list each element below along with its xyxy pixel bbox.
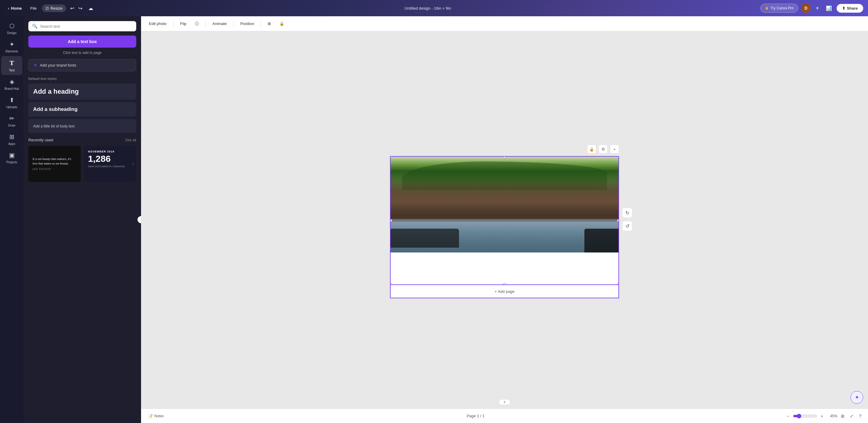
brand-fonts-label: Add your brand fonts <box>40 63 76 67</box>
topbar-left: ‹ Home File ⊡ Resize ↩ ↪ ☁ <box>5 4 95 13</box>
undo-button[interactable]: ↩ <box>68 4 76 13</box>
main-canvas-area: Edit photo Flip ⓘ Animate Position ⊞ 🔒 <box>141 16 434 212</box>
lock-icon: 🔒 <box>279 22 284 26</box>
sidebar-item-brand-hub[interactable]: ◈ Brand Hub <box>1 75 22 93</box>
heading-style-item[interactable]: Add a heading <box>28 84 136 100</box>
recent-stats-card[interactable]: NOVEMBER 2019 1,286 NEW DOCUMENTS CREATE… <box>84 146 136 182</box>
left-sidebar: ⬡ Design ✦ Elements T Text ◈ Brand Hub ⬆… <box>0 16 24 212</box>
sidebar-item-label-apps: Apps <box>8 142 16 145</box>
chevron-left-icon: ‹ <box>8 6 9 10</box>
sidebar-item-elements[interactable]: ✦ Elements <box>1 38 22 56</box>
toolbar-divider-1 <box>173 20 174 27</box>
sidebar-item-label-design: Design <box>7 31 16 35</box>
resize-icon: ⊡ <box>45 6 49 10</box>
toolbar-divider-4 <box>261 20 261 27</box>
projects-icon: ▣ <box>9 152 15 159</box>
subheading-label: Add a subheading <box>33 106 78 112</box>
flip-label: Flip <box>180 22 187 26</box>
add-textbox-label: Add a text box <box>68 39 97 44</box>
design-title: Untitled design - 16in × 9in <box>404 6 434 10</box>
sidebar-item-uploads[interactable]: ⬆ Uploads <box>1 93 22 112</box>
stats-month: NOVEMBER 2019 <box>88 150 132 153</box>
default-styles-label: Default text styles <box>28 77 136 80</box>
design-frame[interactable] <box>390 156 434 212</box>
body-style-item[interactable]: Add a little bit of body text <box>28 119 136 133</box>
position-button[interactable]: Position <box>237 20 257 28</box>
home-button[interactable]: ‹ Home <box>5 4 25 12</box>
canvas-toolbar: Edit photo Flip ⓘ Animate Position ⊞ 🔒 <box>141 16 434 31</box>
stats-desc: NEW DOCUMENTS CREATED <box>88 165 132 168</box>
flip-button[interactable]: Flip <box>177 20 190 28</box>
design-icon: ⬡ <box>9 22 14 30</box>
recent-grid: It is not beauty that endears, it's love… <box>28 146 136 182</box>
info-button[interactable]: ⓘ <box>192 19 202 28</box>
search-box: 🔍 <box>28 21 136 31</box>
next-arrow-icon: › <box>132 161 134 166</box>
stats-number: 1,286 <box>88 154 132 163</box>
recent-quote-card[interactable]: It is not beauty that endears, it's love… <box>28 146 81 182</box>
undo-redo-group: ↩ ↪ <box>68 4 84 13</box>
subheading-style-item[interactable]: Add a subheading <box>28 102 136 117</box>
search-icon: 🔍 <box>32 24 38 29</box>
see-all-link[interactable]: See all <box>125 138 136 142</box>
topbar: ‹ Home File ⊡ Resize ↩ ↪ ☁ Untitled desi… <box>0 0 434 16</box>
recently-used-label: Recently used <box>28 138 53 142</box>
animate-button[interactable]: Animate <box>210 20 230 28</box>
quote-author: LEO TOLSTOY <box>33 167 76 171</box>
edit-photo-label: Edit photo <box>149 22 167 26</box>
body-label: Add a little bit of body text <box>33 124 74 128</box>
grid-button[interactable]: ⊞ <box>265 20 274 28</box>
elements-icon: ✦ <box>9 41 14 48</box>
save-cloud-button[interactable]: ☁ <box>87 4 95 13</box>
home-label: Home <box>11 6 22 10</box>
add-textbox-button[interactable]: Add a text box <box>28 36 136 47</box>
brand-fonts-icon: ✦ <box>33 62 37 68</box>
sidebar-item-draw[interactable]: ✏ Draw <box>1 112 22 130</box>
toolbar-divider-2 <box>206 20 206 27</box>
sidebar-item-label-elements: Elements <box>5 50 18 53</box>
sidebar-item-label-brand-hub: Brand Hub <box>4 87 19 90</box>
draw-icon: ✏ <box>9 115 14 122</box>
resize-label: Resize <box>50 6 62 10</box>
lock-button[interactable]: 🔒 <box>276 20 287 28</box>
toolbar-divider-3 <box>233 20 234 27</box>
resize-button[interactable]: ⊡ Resize <box>42 4 66 12</box>
brand-fonts-button[interactable]: ✦ Add your brand fonts <box>28 59 136 71</box>
search-input[interactable] <box>40 24 133 29</box>
sidebar-item-label-text: Text <box>9 69 14 72</box>
redo-button[interactable]: ↪ <box>76 4 84 13</box>
click-to-add-label: Click text to add to page <box>28 51 136 55</box>
text-icon: T <box>10 59 14 67</box>
sidebar-item-text[interactable]: T Text <box>1 56 22 75</box>
grid-icon: ⊞ <box>268 22 271 26</box>
sidebar-item-label-projects: Projects <box>6 161 17 164</box>
canvas-container: 🔒 ⧉ + <box>390 156 434 212</box>
heading-label: Add a heading <box>33 88 79 95</box>
sidebar-item-label-uploads: Uploads <box>6 105 18 109</box>
recently-used-header: Recently used See all <box>28 138 136 142</box>
apps-icon: ⊞ <box>9 133 14 140</box>
text-panel: 🔍 Add a text box Click text to add to pa… <box>24 16 141 212</box>
file-button[interactable]: File <box>27 4 39 12</box>
design-wrapper: 🔒 ⧉ + <box>390 156 434 212</box>
position-label: Position <box>240 22 254 26</box>
edit-photo-button[interactable]: Edit photo <box>146 20 170 28</box>
info-icon: ⓘ <box>195 21 199 27</box>
topbar-center: Untitled design - 16in × 9in <box>404 6 434 10</box>
sidebar-item-projects[interactable]: ▣ Projects <box>1 149 22 167</box>
animate-label: Animate <box>213 22 227 26</box>
quote-text: It is not beauty that endears, it's love… <box>33 157 76 166</box>
canvas-area[interactable]: 🔒 ⧉ + <box>141 31 434 212</box>
uploads-icon: ⬆ <box>9 96 14 104</box>
brand-hub-icon: ◈ <box>10 78 14 85</box>
sidebar-item-label-draw: Draw <box>8 124 15 127</box>
file-label: File <box>30 6 36 10</box>
sidebar-item-apps[interactable]: ⊞ Apps <box>1 130 22 149</box>
sidebar-item-design[interactable]: ⬡ Design <box>1 19 22 38</box>
